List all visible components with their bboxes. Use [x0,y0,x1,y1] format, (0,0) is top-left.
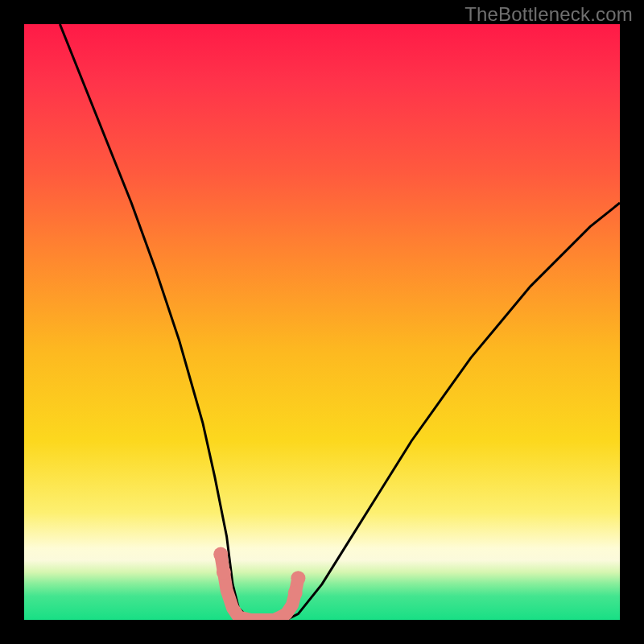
watermark-text: TheBottleneck.com [464,3,633,26]
curve-group [60,24,620,620]
chart-svg [24,24,620,620]
optimal-band-dot [291,571,305,585]
optimal-band-path [221,555,298,620]
optimal-band-dot [288,586,303,601]
optimal-band-dot [217,565,231,580]
plot-area [24,24,620,620]
optimal-band-marker [213,547,305,620]
bottleneck-curve [60,24,620,620]
chart-frame: TheBottleneck.com [0,0,644,644]
optimal-band-dot [213,547,228,562]
